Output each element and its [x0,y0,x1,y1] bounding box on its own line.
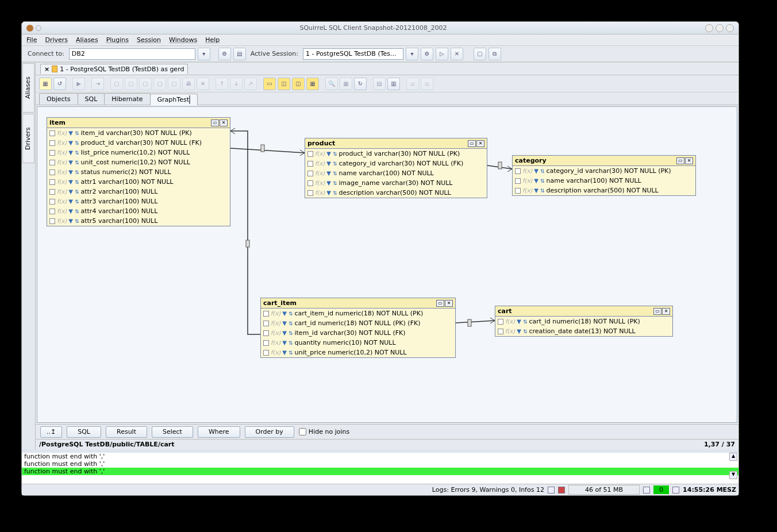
close-button[interactable] [726,24,734,32]
sort-icon[interactable]: ⇅ [523,329,528,334]
sort-icon[interactable]: ⇅ [75,150,79,156]
filter-icon[interactable]: ▼ [68,218,73,224]
tb-close-icon[interactable]: ▢ [168,78,180,90]
filter-icon[interactable]: ▼ [282,330,287,336]
filter-icon[interactable]: ▼ [68,169,73,175]
filter-icon[interactable]: ▼ [517,318,521,325]
checkbox[interactable] [307,190,313,196]
hide-joins-checkbox[interactable]: Hide no joins [299,428,349,435]
tab-close-icon[interactable] [189,95,190,104]
tb-icon-1[interactable]: ▦ [39,78,52,90]
column[interactable]: f(x)▼⇅cart_item_id numeric(18) NOT NULL … [261,309,455,318]
tb-misc3-icon[interactable]: ▫ [406,78,419,90]
tb-mark4-icon[interactable]: ▦ [306,78,319,90]
filter-icon[interactable]: ▼ [68,198,73,205]
sort-icon[interactable]: ⇅ [289,340,293,346]
column[interactable]: f(x)▼⇅cart_id numeric(18) NOT NULL (PK) [495,317,672,326]
tab-objects[interactable]: Objects [39,93,78,105]
tb-zoom-icon[interactable]: 🔍 [325,78,338,90]
filter-icon[interactable]: ▼ [68,149,73,156]
new-session-icon[interactable]: ▤ [233,48,246,60]
tb-mark1-icon[interactable]: ▭ [263,78,276,90]
sort-icon[interactable]: ⇅ [75,179,79,185]
sort-icon[interactable]: ⇅ [333,190,337,196]
console[interactable]: function must end with ',' function must… [22,449,738,484]
table-close-icon[interactable]: ✕ [685,157,693,164]
checkbox[interactable] [263,321,269,326]
sort-icon[interactable]: ⇅ [75,189,79,195]
where-button[interactable]: Where [198,426,240,438]
table-close-icon[interactable]: ✕ [662,308,670,315]
tb-print-icon[interactable]: 🖶 [182,78,195,90]
error-icon[interactable] [558,487,565,494]
filter-icon[interactable]: ▼ [282,310,287,317]
tb-misc1-icon[interactable]: ▤ [373,78,386,90]
column[interactable]: f(x)▼⇅attr1 varchar(100) NOT NULL [47,177,230,187]
sort-icon[interactable]: ⇅ [540,168,545,174]
tb-misc4-icon[interactable]: ▫ [421,78,433,90]
column[interactable]: f(x)▼⇅category_id varchar(30) NOT NULL (… [513,166,695,176]
up-button[interactable]: ..↥ [40,426,62,438]
memory-indicator[interactable]: 46 of 51 MB [568,485,640,495]
column[interactable]: f(x)▼⇅product_id varchar(30) NOT NULL (F… [47,138,230,148]
sort-icon[interactable]: ⇅ [333,151,337,157]
table-cart_item[interactable]: cart_item▭✕f(x)▼⇅cart_item_id numeric(18… [260,298,456,358]
table-min-icon[interactable]: ▭ [653,308,661,315]
filter-icon[interactable]: ▼ [517,328,521,334]
checkbox[interactable] [307,151,313,157]
table-product[interactable]: product▭✕f(x)▼⇅product_id varchar(30) NO… [305,138,487,198]
checkbox[interactable] [263,330,269,336]
gc-icon[interactable] [643,487,650,494]
window-control[interactable] [36,25,41,31]
tb-refresh-icon[interactable]: ↻ [354,78,367,90]
log-icon[interactable] [548,487,555,494]
table-close-icon[interactable]: ✕ [445,300,453,307]
checkbox[interactable] [49,169,55,175]
tb-nav-icon[interactable]: ⇥ [91,78,104,90]
sort-icon[interactable]: ⇅ [75,199,79,205]
filter-icon[interactable]: ▼ [68,159,73,165]
connect-combo[interactable] [69,48,195,60]
checkbox[interactable] [49,150,55,156]
checkbox[interactable] [49,140,55,146]
tb-mark3-icon[interactable]: ◫ [292,78,305,90]
sort-icon[interactable]: ⇅ [333,161,337,167]
filter-icon[interactable]: ▼ [68,130,73,136]
checkbox[interactable] [49,160,55,165]
menu-plugins[interactable]: Plugins [106,36,129,44]
column[interactable]: f(x)▼⇅description varchar(500) NOT NULL [513,186,695,195]
column[interactable]: f(x)▼⇅name varchar(100) NOT NULL [513,176,695,186]
checkbox[interactable] [49,189,55,195]
tb-up-icon[interactable]: ↑ [216,78,228,90]
menu-aliases[interactable]: Aliases [76,36,98,44]
filter-icon[interactable]: ▼ [534,168,538,174]
checkbox[interactable] [515,168,521,174]
sort-icon[interactable]: ⇅ [75,218,79,224]
checkbox[interactable] [263,350,269,356]
column[interactable]: f(x)▼⇅attr2 varchar(100) NULL [47,187,230,196]
connect-dropdown-button[interactable]: ▾ [198,48,210,60]
sort-icon[interactable]: ⇅ [289,311,293,317]
table-close-icon[interactable]: ✕ [476,140,484,147]
tb-down-icon[interactable]: ↓ [230,78,243,90]
stop-icon[interactable]: ✕ [451,48,463,60]
trash-icon[interactable] [672,487,679,494]
select-button[interactable]: Select [152,426,193,438]
tb-open-icon[interactable]: ▢ [125,78,137,90]
column[interactable]: f(x)▼⇅attr3 varchar(100) NULL [47,196,230,206]
menu-drivers[interactable]: Drivers [45,36,68,44]
session-tab[interactable]: × 1 - PostgreSQL TestDB (TestDB) as gerd [40,64,188,74]
filter-icon[interactable]: ▼ [68,188,73,195]
active-session-combo[interactable] [303,48,403,60]
sort-icon[interactable]: ⇅ [289,350,293,356]
filter-icon[interactable]: ▼ [326,180,331,186]
sort-icon[interactable]: ⇅ [540,178,545,184]
column[interactable]: f(x)▼⇅attr5 varchar(100) NULL [47,216,230,226]
scroll-down-icon[interactable]: ▼ [729,471,737,479]
column[interactable]: f(x)▼⇅list_price numeric(10,2) NOT NULL [47,148,230,157]
checkbox[interactable] [49,199,55,205]
maximize-button[interactable] [716,24,724,32]
filter-icon[interactable]: ▼ [282,349,287,356]
column[interactable]: f(x)▼⇅category_id varchar(30) NOT NULL (… [305,159,487,168]
window-tile-icon[interactable]: ⧉ [488,48,501,60]
